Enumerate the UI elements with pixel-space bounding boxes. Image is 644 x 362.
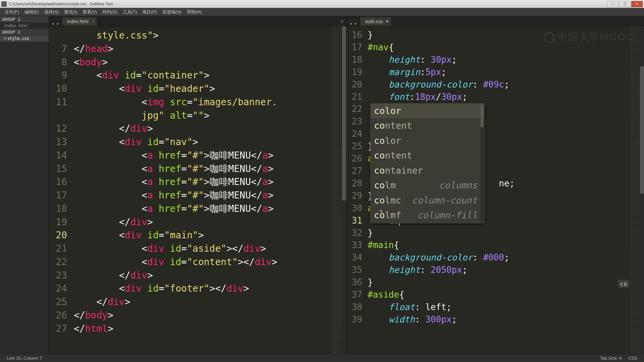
minimize-button[interactable]: —	[607, 1, 619, 7]
watermark-text: 中国大学MOOC	[557, 31, 634, 42]
tab-indexhtml[interactable]: index.html ×	[62, 17, 97, 26]
group-header-2[interactable]: GROUP 2	[0, 29, 49, 36]
left-scrollbar[interactable]	[341, 26, 346, 354]
group2-file-stylecss[interactable]: style.css	[0, 36, 49, 42]
status-tabsize[interactable]: Tab Size: 4	[597, 356, 625, 361]
tab-next-icon[interactable]: ▶	[354, 21, 358, 26]
main-area: GROUP 1 index.html GROUP 2 style.css ◀ ▶…	[0, 16, 644, 354]
group1-file-indexhtml[interactable]: index.html	[0, 23, 49, 29]
modified-dot-icon	[4, 38, 6, 40]
right-pane: ◀ ▶ style.css 16171819202122232425262728…	[347, 16, 644, 354]
watermark: 中国大学MOOC	[544, 30, 634, 44]
right-tab-bar: ◀ ▶ style.css	[347, 16, 644, 26]
menu-item[interactable]: 首选项(N)	[160, 8, 184, 16]
menu-bar: 文件(F)编辑(E)选择(S)查找(I)查看(V)转到(G)工具(T)项目(P)…	[0, 8, 644, 16]
minimap-hint: co	[618, 280, 629, 288]
menu-item[interactable]: 文件(F)	[2, 8, 22, 16]
tab-prev-icon[interactable]: ◀	[50, 21, 55, 26]
menu-item[interactable]: 转到(G)	[100, 8, 120, 16]
scroll-thumb[interactable]	[342, 26, 346, 200]
autocomplete-item[interactable]: colmcolumns	[371, 178, 484, 193]
tab-next-icon[interactable]: ▶	[56, 21, 60, 26]
sidebar: GROUP 1 index.html GROUP 2 style.css	[0, 16, 49, 354]
editor-panes: ◀ ▶ index.html × ≡ 7891011 1213141516171…	[49, 16, 644, 354]
autocomplete-item[interactable]: content	[371, 118, 484, 133]
menu-item[interactable]: 查找(I)	[61, 8, 79, 16]
autocomplete-item[interactable]: container	[371, 163, 484, 178]
autocomplete-item[interactable]: color	[371, 133, 484, 148]
autocomplete-scrollbar[interactable]	[481, 105, 483, 222]
sidebar-file-label: index.html	[4, 23, 28, 28]
tab-label: index.html	[67, 19, 89, 24]
close-button[interactable]: ✕	[631, 1, 643, 7]
maximize-button[interactable]: ▢	[619, 1, 631, 7]
right-editor[interactable]: 1617181920212223242526272829303132333435…	[347, 26, 644, 354]
status-bar: Line 31, Column 7 Tab Size: 4 CSS	[0, 354, 644, 362]
left-code[interactable]: style.css"></head><body> <div id="contai…	[72, 26, 346, 354]
right-gutter: 1617181920212223242526272829303132333435…	[347, 26, 366, 354]
menu-item[interactable]: 查看(V)	[80, 8, 100, 16]
mouse-cursor-icon: ↖	[380, 207, 383, 214]
left-editor[interactable]: 7891011 12131415161718192021222324252627…	[49, 26, 346, 354]
right-scrollbar[interactable]	[639, 26, 644, 354]
autocomplete-item[interactable]: colmccolumn-count	[371, 193, 484, 208]
autocomplete-item[interactable]: content	[371, 148, 484, 163]
autocomplete-popup[interactable]: colorcontentcolorcontentcontainercolmcol…	[370, 103, 484, 223]
left-minimap[interactable]	[332, 26, 341, 354]
autocomplete-item[interactable]: color	[371, 104, 484, 118]
status-position[interactable]: Line 31, Column 7	[3, 356, 46, 361]
group-header-1[interactable]: GROUP 1	[0, 16, 49, 23]
tab-prev-icon[interactable]: ◀	[348, 21, 353, 26]
left-tab-bar: ◀ ▶ index.html × ≡	[49, 16, 346, 26]
sidebar-file-label: style.css	[7, 36, 29, 41]
tab-stylecss[interactable]: style.css	[360, 17, 391, 26]
window-title: C:\Users\xrk\Desktop\web\site\css\style.…	[9, 2, 113, 6]
modified-dot-icon	[386, 20, 388, 22]
status-syntax[interactable]: CSS	[625, 356, 641, 361]
right-minimap[interactable]	[630, 26, 639, 354]
tab-label: style.css	[365, 19, 383, 24]
menu-item[interactable]: 帮助(H)	[184, 8, 204, 16]
watermark-logo-icon	[544, 32, 554, 43]
menu-item[interactable]: 编辑(E)	[22, 8, 42, 16]
overflow-menu-icon[interactable]: ≡	[338, 16, 346, 26]
app-icon	[1, 1, 7, 7]
left-pane: ◀ ▶ index.html × ≡ 7891011 1213141516171…	[49, 16, 346, 354]
title-bar: C:\Users\xrk\Desktop\web\site\css\style.…	[0, 0, 644, 8]
scroll-thumb[interactable]	[640, 66, 644, 194]
menu-item[interactable]: 工具(T)	[120, 8, 140, 16]
menu-item[interactable]: 项目(P)	[140, 8, 159, 16]
autocomplete-item[interactable]: colmfcolumn-fill	[371, 208, 484, 223]
left-gutter: 7891011 12131415161718192021222324252627	[49, 26, 72, 354]
tab-close-icon[interactable]: ×	[92, 19, 94, 23]
scroll-thumb[interactable]	[481, 105, 483, 127]
menu-item[interactable]: 选择(S)	[42, 8, 61, 16]
